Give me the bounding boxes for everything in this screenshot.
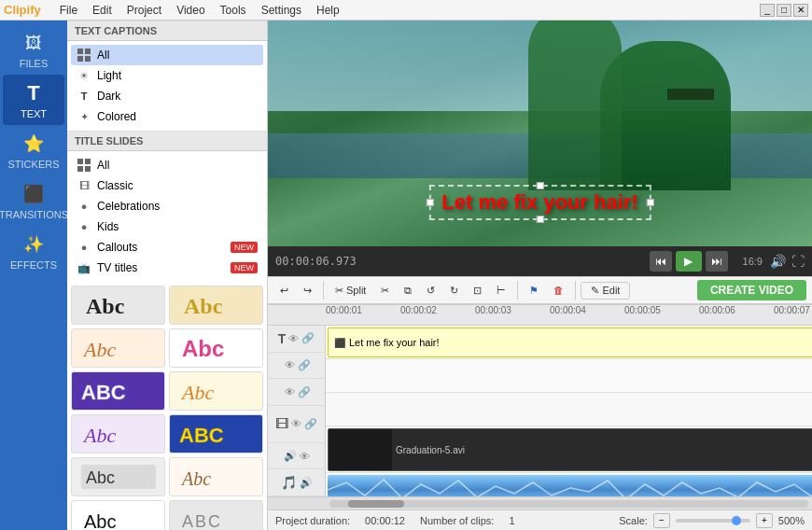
timeline-area: 00:00:01 00:00:02 00:00:03 00:00:04 00:0…: [268, 304, 812, 509]
volume-icon[interactable]: 🔊: [770, 254, 786, 269]
split-button[interactable]: ✂ Split: [329, 282, 372, 300]
audio-clip1[interactable]: [328, 475, 812, 496]
text-style-yellow-outline[interactable]: ABC: [169, 414, 263, 453]
play-button[interactable]: ▶: [676, 251, 702, 272]
cut-button[interactable]: ✂: [374, 282, 396, 300]
minimize-button[interactable]: _: [760, 4, 775, 17]
scrollbar-track[interactable]: [329, 500, 808, 508]
scale-minus-button[interactable]: −: [653, 513, 670, 528]
panel-item-tv-titles[interactable]: 📺 TV titles NEW: [71, 258, 263, 278]
text-style-abc-caps[interactable]: ABC: [169, 500, 263, 530]
rotate-left-button[interactable]: ↺: [420, 282, 441, 300]
trim-button[interactable]: ⊡: [467, 282, 488, 300]
track-controls: T 👁 🔗 👁 🔗 👁 🔗 🎞: [268, 326, 326, 496]
delete-button[interactable]: 🗑: [547, 282, 570, 299]
text-style-purple[interactable]: Abc: [71, 414, 165, 453]
text-style-italic-gold[interactable]: Abc: [71, 328, 165, 368]
title-slides-list: All 🎞 Classic ● Celebrations ● Kids ● Ca…: [67, 151, 267, 282]
track-ctrl-video: 🎞 👁 🔗: [268, 406, 325, 443]
clips-value: 1: [509, 515, 514, 526]
audio-track1-icon: 🔊: [284, 450, 297, 462]
maximize-button[interactable]: □: [777, 4, 791, 17]
text-style-pink[interactable]: Abc: [169, 328, 263, 368]
panel-item-light[interactable]: ☀ Light: [71, 65, 263, 86]
panel-item-celebrations[interactable]: ● Celebrations: [71, 196, 263, 216]
main-layout: 🖼 FILES T TEXT ⭐ STICKERS ⬛ TRANSITIONS …: [0, 21, 812, 530]
menu-settings[interactable]: Settings: [254, 2, 309, 19]
lock-icon[interactable]: 🔗: [301, 332, 315, 344]
scale-thumb[interactable]: [732, 516, 741, 525]
sidebar-item-stickers[interactable]: ⭐ STICKERS: [3, 125, 64, 175]
text-captions-title: TEXT CAPTIONS: [67, 21, 267, 41]
svg-rect-0: [77, 49, 83, 54]
next-frame-button[interactable]: ⏭: [706, 251, 728, 272]
copy-button[interactable]: ⧉: [398, 282, 418, 300]
text-style-bold-abc[interactable]: Abc: [71, 500, 165, 530]
create-video-button[interactable]: CREATE VIDEO: [697, 280, 806, 300]
panel-celebrations-label: Celebrations: [97, 200, 160, 213]
svg-rect-3: [85, 56, 91, 62]
visibility5-icon[interactable]: 👁: [300, 451, 310, 462]
redo-button[interactable]: ↪: [297, 282, 318, 300]
handle-top[interactable]: [537, 182, 544, 189]
menu-help[interactable]: Help: [309, 2, 347, 19]
celebrations-icon: ●: [77, 199, 91, 214]
panel-item-callouts[interactable]: ● Callouts NEW: [71, 237, 263, 258]
lock2-icon[interactable]: 🔗: [298, 359, 311, 371]
split2-button[interactable]: ⊢: [490, 282, 512, 300]
visibility3-icon[interactable]: 👁: [285, 386, 295, 398]
video-clip[interactable]: Graduation-5.avi: [328, 428, 812, 471]
visibility2-icon[interactable]: 👁: [285, 359, 295, 370]
svg-text:ABC: ABC: [81, 381, 126, 404]
prev-frame-button[interactable]: ⏮: [650, 251, 672, 272]
visibility4-icon[interactable]: 👁: [291, 418, 301, 429]
panel-item-dark[interactable]: T Dark: [71, 86, 263, 106]
sidebar-item-text[interactable]: T TEXT: [3, 75, 64, 125]
text-style-blue-outline[interactable]: ABC: [71, 371, 165, 411]
scrollbar-thumb[interactable]: [348, 500, 404, 508]
menu-tools[interactable]: Tools: [213, 2, 254, 19]
handle-bottom[interactable]: [537, 216, 544, 223]
svg-text:Abc: Abc: [82, 424, 116, 447]
menu-edit[interactable]: Edit: [85, 2, 119, 19]
lock3-icon[interactable]: 🔗: [298, 386, 311, 398]
panel-item-classic[interactable]: 🎞 Classic: [71, 175, 263, 196]
scale-value: 500%: [778, 515, 805, 526]
undo-button[interactable]: ↩: [273, 282, 295, 300]
edit-button[interactable]: ✎ Edit: [581, 282, 630, 300]
menu-project[interactable]: Project: [119, 2, 169, 19]
panel-item-all2[interactable]: All: [71, 155, 263, 175]
scale-plus-button[interactable]: +: [756, 513, 773, 528]
handle-left[interactable]: [426, 199, 433, 206]
ruler-mark-3: 00:00:03: [475, 305, 511, 315]
text-style-fancy[interactable]: Abc: [169, 457, 263, 496]
fullscreen-icon[interactable]: ⛶: [791, 254, 805, 269]
scale-slider[interactable]: [676, 519, 750, 523]
close-button[interactable]: ✕: [793, 4, 808, 17]
visibility-icon[interactable]: 👁: [288, 333, 299, 344]
handle-right[interactable]: [647, 199, 654, 206]
text-overlay-container[interactable]: Let me fix your hair!: [428, 185, 651, 220]
menu-video[interactable]: Video: [169, 2, 212, 19]
sidebar-item-files[interactable]: 🖼 FILES: [3, 24, 64, 75]
text-style-sticker[interactable]: Abc: [71, 457, 165, 496]
rotate-right-button[interactable]: ↻: [443, 282, 465, 300]
colored-icon: ✦: [77, 109, 91, 124]
mark-button[interactable]: ⚑: [523, 282, 545, 300]
ruler-mark-7: 00:00:07: [774, 305, 810, 315]
text-style-orange[interactable]: Abc: [169, 371, 263, 411]
mute-icon[interactable]: 🔊: [300, 477, 313, 489]
menu-file[interactable]: File: [52, 2, 85, 19]
panel-colored-label: Colored: [97, 110, 136, 123]
panel-item-colored[interactable]: ✦ Colored: [71, 106, 263, 127]
text-style-plain[interactable]: Abc: [169, 286, 263, 325]
panel-item-kids[interactable]: ● Kids: [71, 216, 263, 237]
sidebar-item-transitions[interactable]: ⬛ TRANSITIONS: [3, 175, 64, 226]
text-clip[interactable]: ⬛ Let me fix your hair!: [328, 328, 812, 357]
lock4-icon[interactable]: 🔗: [304, 418, 317, 430]
sidebar-item-effects[interactable]: ✨ EFFECTS: [3, 226, 64, 276]
text-style-dark[interactable]: Abc: [71, 286, 165, 325]
panel-item-all[interactable]: All: [71, 45, 263, 65]
split-icon: ✂: [335, 285, 343, 297]
text-track-t-icon: T: [278, 331, 287, 346]
